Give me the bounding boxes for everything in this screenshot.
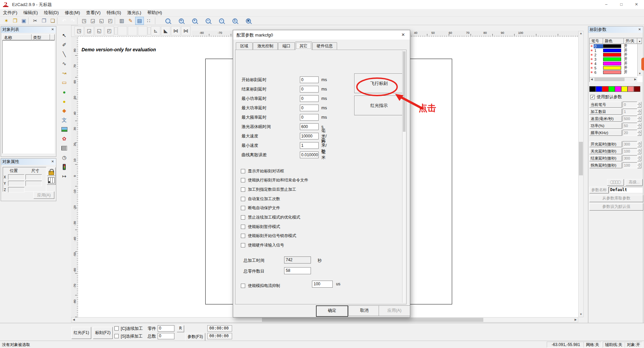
palette-color[interactable] <box>596 86 602 92</box>
red-light-button[interactable]: 红光指示 <box>354 96 404 115</box>
menu-item[interactable]: 帮助(H) <box>144 9 165 16</box>
spinner[interactable]: ▲▼ <box>637 141 641 147</box>
palette-color[interactable] <box>615 86 621 92</box>
snap-toolbar-icon[interactable]: ◲ <box>85 26 94 36</box>
toolbar-icon[interactable]: ❏ <box>49 17 57 24</box>
menu-item[interactable]: 绘制(D) <box>41 9 62 16</box>
tool-button[interactable]: ↦ <box>59 172 69 181</box>
checkbox[interactable] <box>241 284 245 288</box>
scroll-right-icon[interactable]: ▶ <box>573 317 578 322</box>
spinner[interactable]: ▲▼ <box>637 155 641 161</box>
checkbox[interactable] <box>241 243 245 247</box>
param-input[interactable]: 0 <box>300 95 319 102</box>
dialog-tab[interactable]: 其它 <box>295 42 312 50</box>
snap-toolbar-icon[interactable] <box>138 26 147 36</box>
canvas-vertical-scrollbar[interactable]: ▲ ▼ <box>578 31 584 317</box>
zoom-toolbar-icon[interactable]: − <box>204 17 212 24</box>
checkbox[interactable] <box>241 206 245 210</box>
palette-color[interactable] <box>602 86 608 92</box>
scroll-up-icon[interactable]: ▲ <box>579 31 583 36</box>
column-header-type[interactable]: 类型 <box>32 34 50 40</box>
scroll-left-icon[interactable]: ◀ <box>590 77 594 81</box>
menu-item[interactable]: 激光(L) <box>124 9 144 16</box>
spinner-up-icon[interactable]: ▲ <box>637 109 641 112</box>
param-f3-button[interactable]: 参数(F3) <box>185 333 205 341</box>
spinner[interactable]: ▲▼ <box>637 162 641 168</box>
toolbar-icon[interactable] <box>115 17 117 24</box>
snap-toolbar-icon[interactable]: ⋈ <box>171 26 180 36</box>
pos-y-field[interactable] <box>8 181 24 186</box>
tool-button[interactable]: ╲ <box>59 50 69 59</box>
checkbox[interactable] <box>241 215 245 220</box>
checkbox[interactable] <box>241 197 245 201</box>
pen-row[interactable]: ✳ 2 开 <box>590 53 637 57</box>
toolbar-icon[interactable]: ▥ <box>118 17 126 24</box>
continuous-checkbox[interactable] <box>114 326 119 331</box>
state-col-header[interactable]: 开/关 <box>624 38 637 44</box>
scroll-down-icon[interactable]: ▼ <box>579 312 583 317</box>
object-list-body[interactable] <box>2 40 55 154</box>
param-input[interactable]: 0 <box>300 114 319 121</box>
pen-hscroll-thumb[interactable] <box>594 78 625 81</box>
total-count-field[interactable]: 0 <box>158 333 174 339</box>
param-input[interactable]: 10000 <box>300 133 319 139</box>
snap-toolbar-icon[interactable] <box>118 26 127 36</box>
ok-button[interactable]: 确定 <box>316 305 348 317</box>
spinner-down-icon[interactable]: ▼ <box>637 158 641 161</box>
dialog-tab[interactable]: 硬件信息 <box>312 42 337 50</box>
guide-status[interactable]: 辅助线:关 <box>603 342 625 348</box>
tool-button[interactable]: 文 <box>59 115 69 125</box>
spinner[interactable]: ▲▼ <box>637 148 641 154</box>
toolbar-icon[interactable]: ◰ <box>106 17 114 24</box>
spinner-down-icon[interactable]: ▼ <box>637 151 641 154</box>
spinner-down-icon[interactable]: ▼ <box>637 126 641 129</box>
side-tab-handle[interactable] <box>641 58 644 70</box>
spinner-up-icon[interactable]: ▲ <box>637 116 641 119</box>
vscroll-thumb[interactable] <box>579 142 583 175</box>
pen-row[interactable]: ✳ 3 开 <box>590 57 637 61</box>
analog-field[interactable]: 100 <box>312 281 333 288</box>
apply-dialog-button[interactable]: 应用(A) <box>379 305 410 316</box>
tool-button[interactable]: ✐ <box>59 40 69 50</box>
param-input[interactable]: 600 <box>300 123 319 130</box>
array-grid-button[interactable] <box>47 176 56 185</box>
snap-toolbar-icon[interactable] <box>114 27 117 35</box>
grid-status[interactable]: 网格:关 <box>584 342 601 348</box>
menu-item[interactable]: 修改(M) <box>62 9 83 16</box>
spinner[interactable]: ▲▼ <box>637 109 641 115</box>
spinner-up-icon[interactable]: ▲ <box>637 148 641 151</box>
zoom-toolbar-icon[interactable]: ✛ <box>177 17 185 24</box>
tool-button[interactable] <box>59 143 69 153</box>
reset-count-button[interactable]: R <box>177 325 184 332</box>
pos-x-field[interactable] <box>8 174 24 180</box>
toolbar-icon[interactable]: ∷ <box>145 17 153 24</box>
checkbox[interactable] <box>241 187 245 192</box>
canvas-horizontal-scrollbar[interactable]: ◀ ▶ <box>71 317 578 323</box>
pen-col-header[interactable]: 笔号 <box>590 38 603 44</box>
tool-button[interactable]: ↖ <box>59 31 69 40</box>
snap-toolbar-icon[interactable]: ◱ <box>95 26 104 36</box>
spinner[interactable]: ▲▼ <box>637 123 641 129</box>
pen-param-value[interactable]: 50 <box>623 123 637 129</box>
window-control-button[interactable]: – <box>599 0 614 9</box>
red-light-f1-button[interactable]: 红光(F1) <box>71 327 91 339</box>
close-icon[interactable]: ✕ <box>50 159 55 164</box>
palette-color[interactable] <box>589 86 596 92</box>
palette-color[interactable] <box>608 86 615 92</box>
pen-param-value[interactable]: 20 <box>623 130 637 136</box>
zoom-toolbar-icon[interactable]: + <box>191 17 199 24</box>
rings-button[interactable]: ◯◯◯◯ <box>607 179 624 186</box>
spinner-down-icon[interactable]: ▼ <box>637 105 641 108</box>
tool-button[interactable]: ✿ <box>59 134 69 143</box>
apply-button[interactable]: 应用(A) <box>34 191 54 199</box>
snap-toolbar-icon[interactable]: ⊾ <box>151 26 160 36</box>
menu-item[interactable]: 查看(V) <box>83 9 104 16</box>
advanced-button[interactable]: 高级... <box>626 179 643 186</box>
palette-color[interactable] <box>621 86 628 92</box>
dialog-scrollbar[interactable] <box>402 51 406 303</box>
toolbar-icon[interactable]: ✎ <box>126 17 135 24</box>
pen-table-hscroll[interactable]: ◀ ▶ <box>590 77 637 82</box>
scroll-down-icon[interactable]: ▼ <box>638 71 642 76</box>
toolbar-icon[interactable]: ↶ <box>60 17 68 24</box>
pen-row[interactable]: ✳ 1 开 <box>590 48 637 53</box>
